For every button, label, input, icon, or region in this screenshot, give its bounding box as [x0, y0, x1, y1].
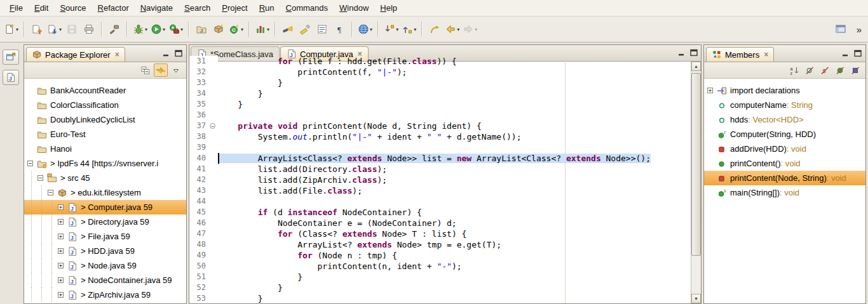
line-number[interactable]: 36 — [189, 110, 208, 121]
menu-refactor[interactable]: Refactor — [92, 0, 135, 16]
code-line[interactable]: 47 for (Class<? extends Node> T : list) … — [189, 228, 691, 239]
menu-edit[interactable]: Edit — [29, 0, 54, 16]
tree-item[interactable]: DoublyLinkedCyclicList — [24, 112, 186, 127]
expand-toggle-icon[interactable]: + — [57, 232, 65, 241]
mark-occurrences-button[interactable] — [297, 21, 313, 37]
member-item[interactable]: cComputer(String, HDD) — [704, 127, 865, 142]
prev-annotation-button[interactable]: ▾ — [400, 21, 417, 37]
last-edit-location-button[interactable] — [426, 21, 443, 37]
maximize-view-button[interactable] — [172, 47, 184, 59]
scrollbar-track[interactable] — [691, 71, 701, 294]
forward-button[interactable]: ▾ — [461, 21, 478, 37]
code-line[interactable]: 51 } — [189, 272, 691, 282]
expand-toggle-icon[interactable]: + — [57, 203, 65, 211]
close-view-icon[interactable]: × — [115, 50, 119, 59]
next-annotation-button[interactable]: ▾ — [383, 21, 400, 37]
tree-item[interactable]: ColorClassification — [24, 98, 186, 112]
dropdown-arrow-icon[interactable]: ▾ — [396, 27, 398, 32]
member-item[interactable]: +import declarations — [704, 83, 865, 98]
toolbar-overflow-chevron[interactable]: » — [854, 24, 864, 35]
code-line[interactable]: 40 ArrayList<Class<? extends Node>> list… — [189, 153, 691, 164]
web-browser-button[interactable]: ▾ — [356, 21, 374, 37]
code-line[interactable]: 53 } — [189, 293, 691, 303]
minimize-view-button[interactable] — [839, 47, 851, 59]
menu-window[interactable]: Window — [334, 0, 374, 16]
tree-item[interactable]: +J> HDD.java 59 — [24, 244, 186, 258]
code-line[interactable]: 46 NodeContainer e = (NodeContainer) d; — [189, 218, 691, 228]
code-line[interactable]: 35 } — [189, 99, 691, 110]
member-item[interactable]: printContent(Node, String) : void — [704, 171, 865, 185]
hide-non-public-button[interactable] — [833, 63, 847, 77]
sort-button[interactable]: az — [787, 63, 801, 77]
tree-item[interactable]: +J> Directory.java 59 — [24, 215, 186, 229]
dropdown-arrow-icon[interactable]: ▾ — [241, 27, 243, 32]
line-number[interactable]: 35 — [189, 99, 208, 110]
menu-commands[interactable]: Commands — [280, 0, 334, 16]
tree-item[interactable]: −> src 45 — [24, 171, 186, 185]
line-number[interactable]: 32 — [189, 67, 208, 77]
svn-commit-button[interactable] — [29, 21, 45, 37]
line-number[interactable]: 31 — [189, 56, 208, 67]
scroll-down-icon[interactable]: ▼ — [691, 294, 701, 303]
expand-toggle-icon[interactable]: + — [57, 261, 65, 270]
scrollbar-thumb[interactable] — [691, 73, 701, 256]
collapse-toggle-icon[interactable]: − — [46, 188, 55, 197]
coverage-button[interactable]: ▾ — [254, 21, 271, 37]
menu-navigate[interactable]: Navigate — [135, 0, 179, 16]
new-package-button[interactable] — [210, 21, 227, 37]
code-line[interactable]: 31 for (File f : hdd.get(File.class)) { — [189, 56, 691, 67]
line-number[interactable]: 50 — [189, 261, 208, 272]
close-view-icon[interactable]: × — [764, 50, 768, 59]
expand-toggle-icon[interactable]: + — [57, 247, 65, 255]
maximize-view-button[interactable] — [851, 47, 864, 59]
view-menu-button[interactable] — [169, 63, 183, 77]
line-number[interactable]: 47 — [189, 228, 208, 239]
menu-help[interactable]: Help — [374, 0, 403, 16]
code-line[interactable]: 42 list.add(ZipArchiv.class); — [189, 175, 691, 185]
menu-project[interactable]: Project — [216, 0, 253, 16]
code-line[interactable]: 50 printContent(n, ident + "-"); — [189, 261, 691, 272]
back-button[interactable]: ▾ — [444, 21, 461, 37]
line-number[interactable]: 38 — [189, 131, 208, 142]
scroll-up-icon[interactable]: ▲ — [691, 62, 701, 71]
hide-local-types-button[interactable] — [848, 63, 862, 77]
new-class-button[interactable]: C▾ — [227, 21, 245, 37]
tab-members[interactable]: Members × — [706, 47, 774, 62]
dropdown-arrow-icon[interactable]: ▾ — [163, 27, 165, 32]
show-selected-element-button[interactable] — [314, 21, 330, 37]
tree-item[interactable]: Euro-Test — [24, 127, 186, 142]
tree-item[interactable]: −> IpdFs 44 [https://svnserver.i — [24, 156, 186, 171]
member-item[interactable]: addDrive(HDD) : void — [704, 142, 865, 156]
dropdown-arrow-icon[interactable]: ▾ — [457, 27, 459, 32]
tab-package-explorer[interactable]: Package Explorer × — [26, 47, 125, 62]
code-line[interactable]: 33 } — [189, 77, 691, 88]
line-number[interactable]: 41 — [189, 164, 208, 175]
menu-search[interactable]: Search — [179, 0, 216, 16]
hide-fields-button[interactable] — [803, 63, 817, 77]
svn-update-button[interactable]: ▾ — [46, 21, 63, 37]
dropdown-arrow-icon[interactable]: ▾ — [370, 27, 372, 32]
menu-file[interactable]: File — [4, 0, 29, 16]
minimize-view-button[interactable] — [160, 47, 172, 59]
dropdown-arrow-icon[interactable]: ▾ — [145, 27, 147, 32]
line-number[interactable]: 44 — [189, 196, 208, 207]
code-line[interactable]: 34 } — [189, 88, 691, 99]
collapse-toggle-icon[interactable]: − — [26, 159, 34, 168]
tree-item[interactable]: −> edu.kit.filesystem — [24, 185, 186, 200]
code-line[interactable]: 39 — [189, 142, 691, 153]
member-item[interactable]: hdds : Vector<HDD> — [704, 112, 865, 127]
expand-toggle-icon[interactable]: + — [706, 86, 714, 95]
run-button[interactable]: ▾ — [149, 21, 166, 37]
code-line[interactable]: 43 list.add(File.class); — [189, 185, 691, 196]
dropdown-arrow-icon[interactable]: ▾ — [59, 27, 62, 32]
editor-scrollbar[interactable]: ▲ ▼ — [691, 62, 701, 303]
line-number[interactable]: 45 — [189, 207, 208, 218]
fold-marker-icon[interactable]: − — [210, 123, 215, 129]
member-item[interactable]: computerName : String — [704, 98, 865, 112]
tree-item[interactable]: +J> ZipArchiv.java 59 — [24, 287, 186, 302]
expand-toggle-icon[interactable]: + — [57, 276, 65, 284]
line-number[interactable]: 43 — [189, 185, 208, 196]
tree-item[interactable]: +J> File.java 59 — [24, 229, 186, 244]
new-wizard-button[interactable]: ▾ — [3, 21, 20, 37]
dropdown-arrow-icon[interactable]: ▾ — [16, 27, 18, 32]
